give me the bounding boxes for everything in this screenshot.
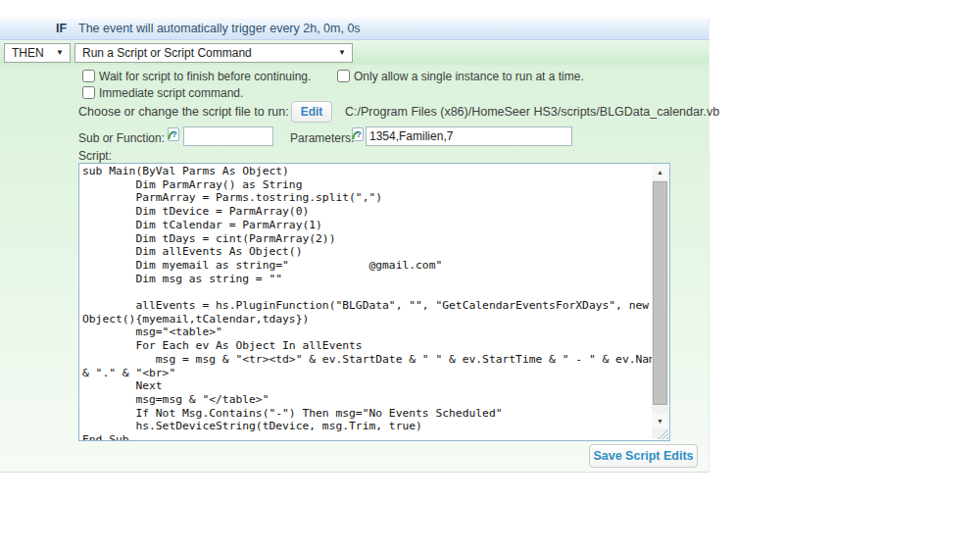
then-action-row: THEN ▼ Run a Script or Script Command ▼ — [0, 40, 710, 65]
action-config-panel: Wait for script to finish before continu… — [0, 65, 710, 473]
select-arrow-icon: ▼ — [338, 49, 346, 57]
script-editor-label: Script: — [78, 149, 112, 163]
action-select[interactable]: Run a Script or Script Command ▼ — [74, 43, 353, 63]
script-editor-textarea[interactable]: sub Main(ByVal Parms As Object) Dim Parm… — [78, 163, 670, 441]
then-type-select[interactable]: THEN ▼ — [4, 43, 71, 63]
edit-script-button[interactable]: Edit — [291, 101, 332, 123]
script-file-path: C:/Program Files (x86)/HomeSeer HS3/scri… — [345, 105, 719, 119]
event-editor-screen: IF The event will automatically trigger … — [0, 0, 980, 552]
svg-text:?: ? — [172, 129, 177, 139]
select-arrow-icon: ▼ — [56, 49, 64, 57]
svg-text:?: ? — [356, 129, 362, 139]
help-icon[interactable]: ? — [167, 126, 180, 142]
if-trigger-text: The event will automatically trigger eve… — [78, 22, 361, 35]
parameters-label: Parameters: — [290, 131, 354, 145]
immediate-script-checkbox[interactable] — [82, 86, 95, 99]
help-icon[interactable]: ? — [351, 126, 365, 142]
sub-function-input[interactable] — [183, 126, 273, 146]
single-instance-label: Only allow a single instance to run at a… — [354, 70, 584, 83]
wait-for-script-checkbox[interactable] — [82, 70, 95, 82]
if-trigger-bar: IF The event will automatically trigger … — [0, 18, 710, 40]
editor-scrollbar[interactable]: ▲ ▼ — [652, 165, 668, 439]
action-select-value: Run a Script or Script Command — [82, 46, 252, 60]
scroll-up-icon[interactable]: ▲ — [652, 165, 668, 179]
if-keyword: IF — [56, 22, 67, 35]
parameters-input[interactable] — [366, 126, 572, 146]
single-instance-checkbox[interactable] — [337, 70, 350, 82]
scroll-down-icon[interactable]: ▼ — [652, 414, 668, 428]
script-file-label: Choose or change the script file to run: — [78, 105, 289, 119]
save-script-edits-button[interactable]: Save Script Edits — [589, 444, 698, 468]
then-type-select-value: THEN — [12, 46, 44, 60]
sub-function-label: Sub or Function: — [78, 131, 165, 145]
script-code[interactable]: sub Main(ByVal Parms As Object) Dim Parm… — [82, 165, 650, 441]
scrollbar-thumb[interactable] — [653, 181, 667, 405]
wait-for-script-label: Wait for script to finish before continu… — [99, 70, 311, 83]
immediate-script-label: Immediate script command. — [99, 86, 243, 100]
